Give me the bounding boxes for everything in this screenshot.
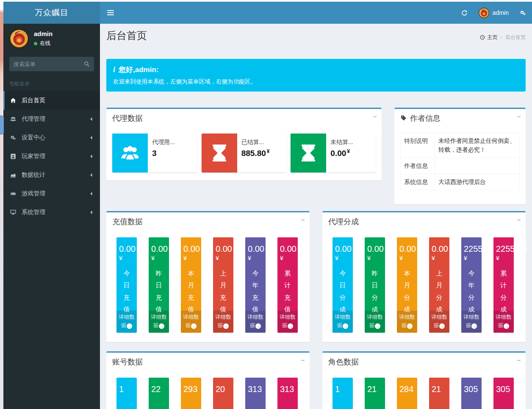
edge-blue-tab[interactable] [0,115,4,135]
search-icon[interactable] [80,57,94,71]
arrow-circle-icon: → [439,323,445,329]
panel-recharge-data: 充值数据 − 0.00 ¥ 今日充值 详细数据→ 0.00 [106,211,310,342]
stat-tile: 305 今年 详细数据→ [461,378,482,409]
sidebar-item-icon [9,116,17,122]
tile-detail-link[interactable]: 详细数据→ [461,311,482,333]
tile-detail-link[interactable]: 详细数据→ [213,311,233,333]
alert-title: i您好,admin: [113,65,519,75]
breadcrumb-home[interactable]: 主页 [488,34,498,41]
tile-label: 今日充值 [123,267,130,316]
sidebar-item-icon [9,97,17,103]
nav-section-label: 导航菜单 [3,75,100,91]
tile-value: 1 [332,378,353,394]
sidebar-item[interactable]: 系统管理 [3,203,100,222]
tile-unit [332,394,353,402]
tile-value: 0.00 [397,237,417,254]
tile-row: 0.00 ¥ 今日充值 详细数据→ 0.00 ¥ 昨日充值 详细数据→ [106,231,310,333]
tile-detail-link[interactable]: 详细数据→ [245,311,266,333]
info-box-value: 0.00¥ [330,148,353,158]
tile-label: 昨日分成 [371,267,378,316]
tile-detail-link[interactable]: 详细数据→ [116,311,137,333]
tile-unit: ¥ [149,254,169,262]
gear-icon[interactable] [514,2,532,24]
tile-unit [277,394,298,402]
breadcrumb: 主页 > 后台首页 [480,33,526,42]
tile-label: 本月充值 [187,267,194,316]
search-input[interactable] [9,61,80,67]
arrow-circle-icon: → [223,323,229,329]
info-box-icon [291,134,326,173]
collapse-button[interactable]: − [517,217,521,223]
stat-tile: 0.00 ¥ 本月分成 详细数据→ [397,237,417,333]
tile-detail-link[interactable]: 详细数据→ [277,311,298,333]
tile-detail-link[interactable]: 详细数据→ [493,311,514,333]
tile-detail-link[interactable]: 详细数据→ [429,311,449,333]
sidebar-item[interactable]: 游戏管理 [3,184,100,203]
tile-detail-link[interactable]: 详细数据→ [181,311,201,333]
sidebar-item[interactable]: 数据统计 [3,166,100,184]
panel-header: 账号数据 − [106,353,310,371]
tile-unit [149,394,169,402]
arrow-circle-icon: → [159,323,164,329]
sidebar-toggle-button[interactable] [100,2,121,24]
arrow-circle-icon: → [191,323,197,329]
sidebar-item[interactable]: 代理管理 [3,110,100,128]
tile-detail-link[interactable]: 详细数据→ [365,311,385,333]
stat-tile: 313 今年 详细数据→ [245,378,266,409]
tile-detail-link[interactable]: 详细数据→ [397,311,417,333]
stat-tile: 293 本月 详细数据→ [181,378,201,409]
sidebar-item[interactable]: 玩家管理 [3,147,100,166]
panel-account-data: 账号数据 − 1 今日 详细数据→ 22 [106,351,310,409]
tile-label: 昨日充值 [155,267,162,316]
tile-value: 0.00 [116,237,137,254]
stat-tile: 0.00 ¥ 今年充值 详细数据→ [245,237,266,333]
alert-body: 欢迎来到使用本系统，左侧为菜单区域，右侧为功能区。 [113,78,519,86]
tile-detail-link[interactable]: 详细数据→ [149,311,169,333]
panel-header: 代理分成 − [322,212,526,231]
collapse-button[interactable]: − [517,113,521,120]
refresh-icon[interactable] [455,2,474,24]
tile-row: 1 今日 详细数据→ 22 昨日 详细数据→ [106,371,310,409]
panel-header: 作者信息 − [394,109,526,128]
breadcrumb-current: 后台首页 [505,34,526,41]
tile-unit: ¥ [461,254,482,262]
author-row-value [435,158,520,174]
tag-icon [400,115,407,121]
collapse-button[interactable]: − [373,113,377,120]
tile-value: 305 [493,378,514,394]
sidebar-item[interactable]: 后台首页 [3,91,100,110]
stat-tile: 2255.10 ¥ 累计分成 详细数据→ [493,237,514,333]
tile-value: 1 [116,378,137,394]
stat-tile: 284 本月 详细数据→ [397,378,417,409]
tile-value: 22 [149,378,169,394]
panel-header: 角色数据 − [322,353,526,371]
navbar-user-name: admin [493,9,509,16]
collapse-button[interactable]: − [301,217,305,223]
dashboard-icon [480,35,485,40]
sidebar-item[interactable]: 设置中心 [3,128,100,147]
sidebar-item-label: 系统管理 [22,209,84,216]
stat-tile: 0.00 ¥ 今日分成 详细数据→ [332,237,353,333]
brand-logo[interactable]: 万众瞩目 [3,2,100,24]
user-menu[interactable]: admin [474,8,514,18]
tile-detail-link[interactable]: 详细数据→ [332,311,353,333]
arrow-circle-icon: → [343,323,348,329]
tile-unit [365,394,385,402]
admin-dashboard: 万众瞩目 admin admin 在线 [0,0,532,409]
arrow-circle-icon: → [375,323,380,329]
breadcrumb-divider: > [500,35,503,40]
tile-value: 293 [181,378,201,394]
collapse-button[interactable]: − [301,357,305,364]
chevron-left-icon [89,135,94,140]
tile-unit: ¥ [116,254,137,262]
sidebar-item-icon [9,172,17,178]
stat-tile: 313 累计 详细数据→ [277,378,298,409]
tile-unit: ¥ [429,254,449,262]
welcome-alert: i您好,admin: 欢迎来到使用本系统，左侧为菜单区域，右侧为功能区。 [106,59,526,92]
chevron-left-icon [89,117,94,122]
collapse-button[interactable]: − [517,357,521,364]
tile-label: 今日分成 [339,267,346,316]
tile-value: 0.00 [365,237,385,254]
tile-unit: ¥ [277,254,298,262]
tile-value: 313 [245,378,266,394]
